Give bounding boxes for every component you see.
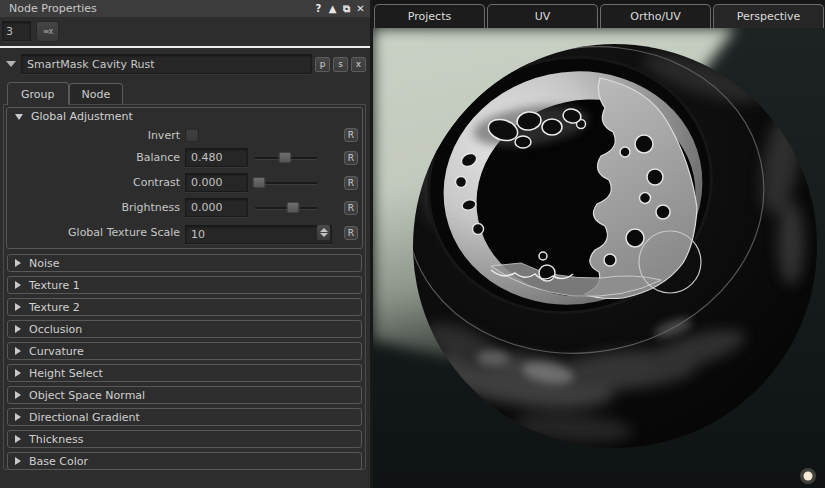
- titlebar-icons: ? ▲ ⧉ ✕: [312, 2, 367, 15]
- section-curvature[interactable]: Curvature: [7, 342, 362, 360]
- panel-title: Node Properties: [9, 2, 97, 15]
- reset-brightness-button[interactable]: R: [344, 201, 358, 215]
- brightness-slider[interactable]: [255, 201, 317, 214]
- contrast-label: Contrast: [9, 176, 185, 189]
- node-properties-panel: Node Properties ? ▲ ⧉ ✕ ≡x p s x Group N…: [0, 0, 370, 488]
- smartmask-row: p s x: [0, 48, 370, 74]
- tab-ortho-uv[interactable]: Ortho/UV: [600, 4, 711, 28]
- group-tab-page: Global Adjustment Invert R Balance R: [3, 104, 366, 470]
- chevron-right-icon: [15, 435, 21, 443]
- texture-scale-stepper[interactable]: [317, 225, 330, 240]
- section-label: Height Select: [29, 367, 103, 380]
- viewport-tab-bar: Projects UV Ortho/UV Perspective: [373, 0, 825, 28]
- close-icon[interactable]: ✕: [354, 2, 367, 15]
- invert-row: Invert R: [7, 125, 362, 145]
- section-texture-2[interactable]: Texture 2: [7, 298, 362, 316]
- tab-uv[interactable]: UV: [487, 4, 598, 28]
- node-count-input[interactable]: [2, 21, 31, 41]
- slider-handle[interactable]: [278, 152, 291, 163]
- section-title: Global Adjustment: [31, 110, 133, 123]
- panel-tabs: Group Node: [0, 74, 370, 104]
- tab-node[interactable]: Node: [69, 83, 124, 104]
- viewport-canvas[interactable]: [373, 28, 825, 488]
- section-object-space-normal[interactable]: Object Space Normal: [7, 386, 362, 404]
- chevron-right-icon: [15, 303, 21, 311]
- section-label: Object Space Normal: [29, 389, 145, 402]
- section-label: Curvature: [29, 345, 84, 358]
- section-label: Base Color: [29, 455, 88, 468]
- contrast-slider[interactable]: [255, 176, 317, 189]
- chevron-down-icon: [15, 114, 23, 120]
- 3d-scene[interactable]: [373, 28, 825, 488]
- tab-projects[interactable]: Projects: [374, 4, 485, 28]
- brightness-row: Brightness R: [7, 195, 362, 220]
- invert-label: Invert: [9, 129, 185, 142]
- clear-x-icon: ≡x: [43, 27, 52, 36]
- section-directional-gradient[interactable]: Directional Gradient: [7, 408, 362, 426]
- balance-input[interactable]: [185, 148, 248, 167]
- spin-up-icon[interactable]: [320, 228, 328, 232]
- balance-label: Balance: [9, 151, 185, 164]
- balance-slider[interactable]: [255, 151, 317, 164]
- chevron-right-icon: [15, 391, 21, 399]
- chevron-right-icon: [15, 259, 21, 267]
- global-adjustment-header[interactable]: Global Adjustment: [7, 108, 362, 125]
- section-thickness[interactable]: Thickness: [7, 430, 362, 448]
- global-adjustment-section: Global Adjustment Invert R Balance R: [6, 107, 363, 249]
- reset-texture-scale-button[interactable]: R: [344, 226, 358, 240]
- chevron-right-icon: [15, 413, 21, 421]
- chevron-right-icon: [15, 457, 21, 465]
- save-button[interactable]: s: [333, 57, 348, 72]
- section-base-color[interactable]: Base Color: [7, 452, 362, 470]
- section-noise[interactable]: Noise: [7, 254, 362, 272]
- chevron-right-icon: [15, 281, 21, 289]
- chevron-right-icon: [15, 325, 21, 333]
- clear-node-button[interactable]: ≡x: [36, 21, 59, 42]
- texture-scale-field: [185, 223, 332, 242]
- slider-handle[interactable]: [253, 177, 266, 188]
- restore-icon[interactable]: ⧉: [340, 2, 353, 15]
- light-indicator: [800, 468, 816, 484]
- contrast-input[interactable]: [185, 173, 248, 192]
- slider-handle[interactable]: [287, 202, 300, 213]
- section-height-select[interactable]: Height Select: [7, 364, 362, 382]
- brightness-label: Brightness: [9, 201, 185, 214]
- preview-button[interactable]: p: [315, 57, 330, 72]
- chevron-down-icon[interactable]: [6, 61, 16, 67]
- texture-scale-row: Global Texture Scale R: [7, 220, 362, 245]
- section-label: Directional Gradient: [29, 411, 140, 424]
- tab-group[interactable]: Group: [7, 82, 69, 105]
- app-window: Node Properties ? ▲ ⧉ ✕ ≡x p s x Group N…: [0, 0, 825, 488]
- viewport-column: Projects UV Ortho/UV Perspective: [373, 0, 825, 488]
- section-label: Occlusion: [29, 323, 82, 336]
- texture-scale-label: Global Texture Scale: [9, 226, 185, 239]
- section-texture-1[interactable]: Texture 1: [7, 276, 362, 294]
- texture-scale-input[interactable]: [185, 225, 332, 244]
- reset-balance-button[interactable]: R: [344, 151, 358, 165]
- reset-contrast-button[interactable]: R: [344, 176, 358, 190]
- chevron-right-icon: [15, 347, 21, 355]
- section-label: Texture 2: [29, 301, 80, 314]
- section-label: Noise: [29, 257, 60, 270]
- panel-titlebar[interactable]: Node Properties ? ▲ ⧉ ✕: [0, 0, 370, 17]
- panel-toolbar: ≡x: [0, 17, 370, 44]
- collapse-icon[interactable]: ▲: [326, 2, 339, 15]
- reset-invert-button[interactable]: R: [344, 128, 358, 142]
- section-occlusion[interactable]: Occlusion: [7, 320, 362, 338]
- brightness-input[interactable]: [185, 198, 248, 217]
- invert-checkbox[interactable]: [185, 128, 199, 142]
- tab-perspective[interactable]: Perspective: [713, 4, 824, 28]
- contrast-row: Contrast R: [7, 170, 362, 195]
- delete-button[interactable]: x: [351, 57, 366, 72]
- spin-down-icon[interactable]: [320, 233, 328, 237]
- section-label: Texture 1: [29, 279, 80, 292]
- help-icon[interactable]: ?: [312, 2, 325, 15]
- section-label: Thickness: [29, 433, 83, 446]
- balance-row: Balance R: [7, 145, 362, 170]
- smartmask-name-input[interactable]: [21, 54, 312, 74]
- chevron-right-icon: [15, 369, 21, 377]
